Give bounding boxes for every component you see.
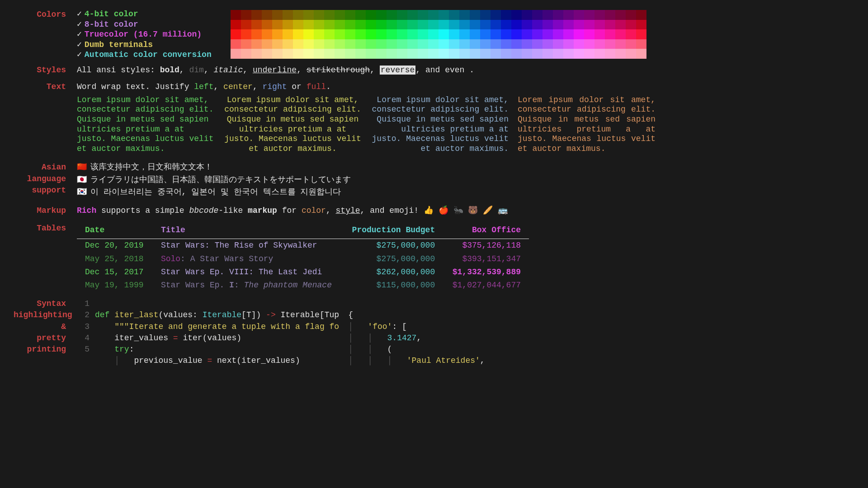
style-italic: italic <box>213 66 243 75</box>
th-title: Title <box>153 224 343 239</box>
table-row: Dec 15, 2017Star Wars Ep. VIII: The Last… <box>77 266 529 279</box>
tables-row: Tables Date Title Production Budget Box … <box>14 223 854 292</box>
pretty-block: { │ 'foo': [ │ │ 3.1427, │ │ (( │ │ │ 'P… <box>348 298 485 366</box>
syntax-label: Syntax highlighting & pretty printing <box>14 298 77 366</box>
asian-content: 🇨🇳该库支持中文，日文和韩文文本！ 🇯🇵ライブラリは中国語、日本語、韓国語のテキ… <box>77 162 854 199</box>
color-item-1: 8-bit color <box>85 20 138 29</box>
th-budget: Production Budget <box>343 224 443 239</box>
text-left: left <box>194 82 213 91</box>
table-row: Dec 20, 2019Star Wars: The Rise of Skywa… <box>77 239 529 253</box>
table-row: May 25, 2018Solo: A Star Wars Story$275,… <box>77 253 529 266</box>
style-underline: underline <box>253 66 297 75</box>
text-or: or <box>287 82 307 91</box>
lorem-right: Lorem ipsum dolor sit amet, consectetur … <box>371 95 509 154</box>
check-icon: ✓ <box>77 20 82 29</box>
markup-markup: markup <box>248 206 277 215</box>
flag-kr-icon: 🇰🇷 <box>77 188 87 197</box>
tables-label: Tables <box>14 223 77 292</box>
styles-content: All ansi styles: bold, dim, italic, unde… <box>77 65 854 76</box>
syntax-row: Syntax highlighting & pretty printing 1 … <box>14 298 854 366</box>
tables-content: Date Title Production Budget Box Office … <box>77 223 854 292</box>
text-center: center <box>223 82 253 91</box>
lorem-grid: Lorem ipsum dolor sit amet, consectetur … <box>77 95 656 154</box>
movies-table: Date Title Production Budget Box Office … <box>77 224 529 292</box>
asian-label: Asian language support <box>14 162 77 199</box>
table-row: May 19, 1999Star Wars Ep. I: The phantom… <box>77 279 529 292</box>
text-period: . <box>326 82 331 91</box>
line-numbers: 1 2 3 4 5 <box>77 298 95 366</box>
lorem-left: Lorem ipsum dolor sit amet, consectetur … <box>77 95 215 154</box>
markup-color: color <box>302 206 326 215</box>
text-full: full <box>307 82 326 91</box>
colorbar <box>231 10 646 59</box>
color-item-4: Automatic color conversion <box>85 50 212 59</box>
th-box: Box Office <box>443 224 529 239</box>
check-icon: ✓ <box>77 30 82 39</box>
lorem-full: Lorem ipsum dolor sit amet, consectetur … <box>518 95 656 154</box>
color-item-0: 4-bit color <box>85 9 138 19</box>
markup-sup: supports a simple <box>96 206 189 215</box>
markup-bbcode: bbcode <box>189 206 218 215</box>
flag-cn-icon: 🇨🇳 <box>77 163 87 172</box>
text-right: right <box>263 82 287 91</box>
asian-kr: 이 라이브러리는 중국어, 일본어 및 한국어 텍스트를 지원합니다 <box>90 188 341 197</box>
flag-jp-icon: 🇯🇵 <box>77 175 87 184</box>
markup-rich: Rich <box>77 206 96 215</box>
styles-label: Styles <box>14 65 77 76</box>
text-label: Text <box>14 81 77 154</box>
code-text: def iter_last(values: Iterable[T]) -> It… <box>95 298 339 366</box>
color-item-3: Dumb terminals <box>85 40 153 49</box>
check-icon: ✓ <box>77 50 82 59</box>
markup-content: Rich supports a simple bbcode-like marku… <box>77 205 854 216</box>
check-icon: ✓ <box>77 9 82 19</box>
asian-row: Asian language support 🇨🇳该库支持中文，日文和韩文文本！… <box>14 162 854 199</box>
colors-label: Colors <box>14 9 77 60</box>
check-icon: ✓ <box>77 40 82 49</box>
asian-cn: 该库支持中文，日文和韩文文本！ <box>90 163 212 172</box>
style-dim: dim <box>189 66 203 75</box>
text-intro: Word wrap text. Justify <box>77 82 194 91</box>
style-reverse: reverse <box>380 66 416 75</box>
color-item-2: Truecolor (16.7 million) <box>85 30 202 39</box>
text-row: Text Word wrap text. Justify left, cente… <box>14 81 854 154</box>
markup-for: for <box>277 206 302 215</box>
syntax-content: 1 2 3 4 5 def iter_last(values: Iterable… <box>77 298 854 366</box>
code-block: 1 2 3 4 5 def iter_last(values: Iterable… <box>77 298 339 366</box>
markup-style: style <box>336 206 360 215</box>
markup-emoji: , and emoji! 👍 🍎 🐜 🐻 🥖 🚌 <box>360 206 508 215</box>
asian-jp: ライブラリは中国語、日本語、韓国語のテキストをサポートしています <box>90 175 351 184</box>
styles-prefix: All ansi styles: <box>77 66 160 75</box>
styles-suffix: , and even . <box>415 66 474 75</box>
style-bold: bold <box>160 66 179 75</box>
lorem-center: Lorem ipsum dolor sit amet, consectetur … <box>224 95 362 154</box>
markup-like: -like <box>218 206 248 215</box>
th-date: Date <box>77 224 153 239</box>
markup-row: Markup Rich supports a simple bbcode-lik… <box>14 205 854 216</box>
markup-label: Markup <box>14 205 77 216</box>
table-header-row: Date Title Production Budget Box Office <box>77 224 529 239</box>
style-strike: strikethrough <box>307 66 370 75</box>
styles-row: Styles All ansi styles: bold, dim, itali… <box>14 65 854 76</box>
text-content: Word wrap text. Justify left, center, ri… <box>77 81 854 154</box>
